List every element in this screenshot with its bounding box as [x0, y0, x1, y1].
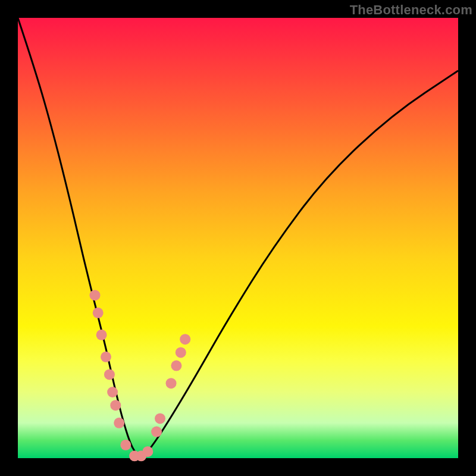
marker-dot [96, 330, 107, 340]
marker-dot [104, 369, 115, 380]
watermark: TheBottleneck.com [350, 2, 472, 18]
marker-dot [90, 290, 101, 300]
highlight-dots [90, 290, 191, 461]
marker-dot [151, 427, 162, 437]
curve-layer [18, 18, 458, 458]
marker-dot [155, 413, 165, 424]
marker-dot [110, 400, 121, 411]
bottleneck-curve [18, 18, 458, 456]
marker-dot [93, 308, 104, 318]
marker-dot [176, 347, 186, 358]
marker-dot [107, 387, 118, 397]
marker-dot [142, 446, 153, 457]
marker-dot [166, 378, 177, 389]
marker-dot [101, 352, 111, 362]
marker-dot [180, 334, 190, 345]
plot-area [18, 18, 458, 458]
marker-dot [120, 440, 131, 450]
marker-dot [171, 361, 181, 371]
chart-frame: TheBottleneck.com [0, 0, 476, 476]
marker-dot [114, 418, 124, 428]
